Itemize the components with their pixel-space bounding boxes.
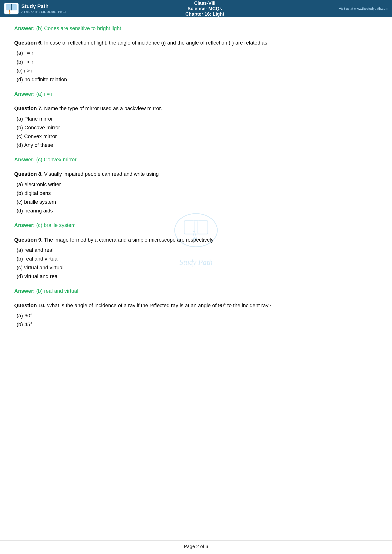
question-10-block: Question 10. What is the angle of incide… [14, 301, 378, 329]
answer-7-label: Answer: [14, 157, 35, 162]
q6-number: Question 6. [14, 40, 43, 46]
answer-8-text: (c) braille system [35, 222, 76, 228]
answer-8-label: Answer: [14, 222, 35, 228]
question-8-text: Question 8. Visually impaired people can… [14, 170, 378, 178]
q6-options: (a) i = r (b) i < r (c) i > r (d) no def… [17, 49, 378, 84]
brand-info: Study Path A Free Online Educational Por… [21, 3, 66, 14]
header-center: Class-VIII Science- MCQs Chapter 16: Lig… [71, 0, 339, 17]
q10-option-b: (b) 45° [17, 320, 378, 329]
studypath-logo-icon [4, 2, 19, 15]
page-number: Page 2 of 6 [184, 544, 208, 549]
q8-options: (a) electronic writer (b) digital pens (… [17, 180, 378, 215]
q7-text: Name the type of mirror used as a backvi… [43, 105, 162, 111]
page-header: Study Path A Free Online Educational Por… [0, 0, 392, 17]
q8-text: Visually impaired people can read and wr… [43, 171, 159, 177]
question-7-block: Question 7. Name the type of mirror used… [14, 104, 378, 149]
answer-9-text: (b) real and virtual [35, 288, 78, 294]
q7-number: Question 7. [14, 105, 43, 111]
answer-6-text: (a) i = r [35, 91, 53, 97]
page-footer: Page 2 of 6 [0, 540, 392, 549]
q8-option-c: (c) braille system [17, 198, 378, 206]
q7-option-b: (b) Concave mirror [17, 123, 378, 132]
answer-6: Answer: (a) i = r [14, 90, 378, 98]
answer-9: Answer: (b) real and virtual [14, 287, 378, 295]
question-7-text: Question 7. Name the type of mirror used… [14, 104, 378, 112]
q7-options: (a) Plane mirror (b) Concave mirror (c) … [17, 115, 378, 149]
question-9-block: Question 9. The image formed by a camera… [14, 236, 378, 281]
q9-options: (a) real and real (b) real and virtual (… [17, 246, 378, 281]
logo-area: Study Path A Free Online Educational Por… [4, 2, 66, 15]
q9-text: The image formed by a camera and a simpl… [43, 237, 214, 243]
q6-option-c: (c) i > r [17, 67, 378, 75]
q10-text: What is the angle of incidence of a ray … [46, 303, 271, 308]
q10-number: Question 10. [14, 303, 46, 308]
class-label: Class-VIII [71, 0, 339, 6]
question-6-text: Question 6. In case of reflection of lig… [14, 39, 378, 47]
brand-tagline: A Free Online Educational Portal [21, 10, 66, 14]
q8-option-d: (d) hearing aids [17, 207, 378, 215]
subject-label: Science- MCQs [71, 6, 339, 11]
brand-name: Study Path [21, 3, 66, 10]
answer-5: Answer: (b) Cones are sensitive to brigh… [14, 24, 378, 32]
question-8-block: Question 8. Visually impaired people can… [14, 170, 378, 215]
q6-option-d: (d) no definite relation [17, 75, 378, 84]
question-10-text: Question 10. What is the angle of incide… [14, 301, 378, 310]
answer-6-label: Answer: [14, 91, 35, 97]
q9-option-c: (c) virtual and virtual [17, 263, 378, 272]
q9-option-b: (b) real and virtual [17, 255, 378, 263]
svg-rect-1 [6, 4, 11, 10]
q7-option-d: (d) Any of these [17, 141, 378, 149]
q7-option-c: (c) Convex mirror [17, 132, 378, 140]
q9-option-d: (d) virtual and real [17, 272, 378, 280]
q6-option-a: (a) i = r [17, 49, 378, 57]
answer-7: Answer: (c) Convex mirror [14, 155, 378, 164]
chapter-label: Chapter 16: Light [71, 11, 339, 17]
question-9-text: Question 9. The image formed by a camera… [14, 236, 378, 244]
q10-options: (a) 60° (b) 45° [17, 312, 378, 329]
main-content: Answer: (b) Cones are sensitive to brigh… [0, 17, 392, 354]
q10-option-a: (a) 60° [17, 312, 378, 320]
answer-9-label: Answer: [14, 288, 35, 294]
answer-7-text: (c) Convex mirror [35, 157, 77, 162]
q6-text: In case of reflection of light, the angl… [43, 40, 267, 46]
website-link: Visit us at www.thestudypath.com [339, 7, 388, 10]
q7-option-a: (a) Plane mirror [17, 115, 378, 123]
q9-option-a: (a) real and real [17, 246, 378, 254]
q9-number: Question 9. [14, 237, 43, 243]
answer-8: Answer: (c) braille system [14, 221, 378, 229]
q6-option-b: (b) i < r [17, 58, 378, 66]
answer-5-label: Answer: [14, 25, 35, 31]
question-6-block: Question 6. In case of reflection of lig… [14, 39, 378, 84]
q8-option-b: (b) digital pens [17, 189, 378, 197]
answer-5-text: (b) Cones are sensitive to bright light [35, 25, 121, 31]
svg-rect-2 [12, 4, 17, 10]
q8-number: Question 8. [14, 171, 43, 177]
q8-option-a: (a) electronic writer [17, 180, 378, 188]
